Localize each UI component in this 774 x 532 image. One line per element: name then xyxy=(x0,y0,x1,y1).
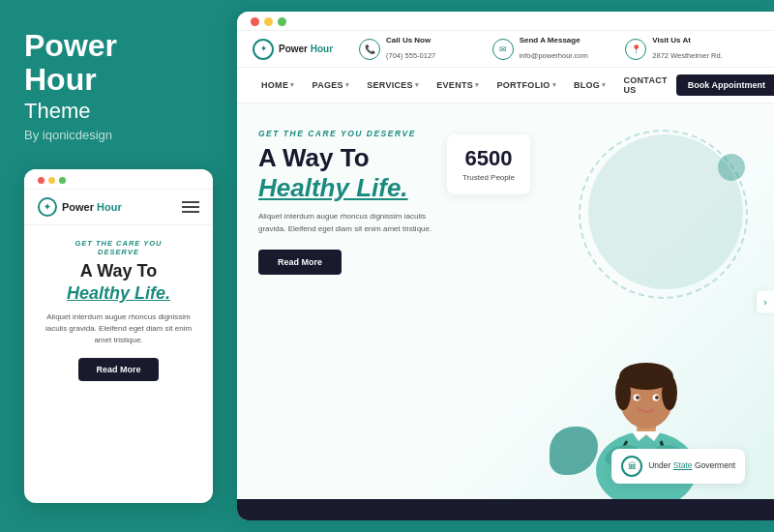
desktop-top-bar xyxy=(237,12,774,31)
phone-icon: 📞 xyxy=(359,39,380,60)
hero-text-block: GET THE CARE YOU DESERVE A Way To Health… xyxy=(258,125,437,499)
hero-body-text: Aliquet interdum augue rhoncus dignissim… xyxy=(258,211,437,236)
stats-number: 6500 xyxy=(462,146,515,171)
desktop-info-bar: ✦ Power Hour 📞 Call Us Now (704) 555-012… xyxy=(237,31,774,68)
mobile-top-bar xyxy=(24,169,213,190)
book-appointment-button[interactable]: Book Appointment xyxy=(676,74,774,96)
svg-point-4 xyxy=(615,375,631,410)
mobile-h1-italic: Healthy Life. xyxy=(38,283,199,304)
scroll-indicator[interactable]: › xyxy=(757,290,774,312)
circle-lines xyxy=(579,130,748,299)
nav-contact[interactable]: CONTACT US xyxy=(614,68,675,103)
desktop-logo: ✦ Power Hour xyxy=(253,39,340,60)
govt-badge: 🏛 Under State Goverment xyxy=(611,449,745,484)
mobile-logo-icon: ✦ xyxy=(38,197,57,217)
mobile-nav: ✦ Power Hour xyxy=(24,190,213,225)
info-call: 📞 Call Us Now (704) 555-0127 xyxy=(359,36,475,62)
mobile-hero: GET THE CARE YOUDESERVE A Way To Healthy… xyxy=(24,225,213,390)
svg-point-8 xyxy=(636,396,640,399)
mobile-logo: ✦ Power Hour xyxy=(38,197,122,217)
address-label: Visit Us At xyxy=(652,36,722,44)
message-label: Send A Message xyxy=(520,36,588,44)
hero-read-more-button[interactable]: Read More xyxy=(258,250,342,275)
stats-label: Trusted People xyxy=(462,173,515,183)
desktop-preview: ✦ Power Hour 📞 Call Us Now (704) 555-012… xyxy=(237,12,774,520)
hero-h1-a: A Way To xyxy=(258,144,437,172)
call-label: Call Us Now xyxy=(386,36,435,44)
nav-home[interactable]: HOME ▾ xyxy=(253,73,304,98)
desktop-nav: HOME ▾ PAGES ▾ SERVICES ▾ EVENTS ▾ PORTF… xyxy=(237,68,774,103)
address-value: 2872 Westheimer Rd. xyxy=(652,51,722,60)
brand-by: By iqonicdesign xyxy=(24,128,213,142)
location-icon: 📍 xyxy=(625,39,646,60)
left-sidebar: PowerHour Theme By iqonicdesign ✦ Power … xyxy=(0,0,237,532)
nav-events[interactable]: EVENTS ▾ xyxy=(428,73,488,98)
svg-point-9 xyxy=(655,396,659,399)
desktop-hero: GET THE CARE YOU DESERVE A Way To Health… xyxy=(237,103,774,499)
mobile-read-more-button[interactable]: Read More xyxy=(78,358,158,381)
desktop-dot-green xyxy=(278,17,286,26)
mobile-dot-green xyxy=(59,177,66,184)
govt-icon: 🏛 xyxy=(621,456,642,477)
mobile-h1-a: A Way To xyxy=(38,261,199,281)
nav-blog[interactable]: BLOG ▾ xyxy=(565,73,615,98)
teal-blob-2 xyxy=(718,154,745,181)
nav-pages[interactable]: PAGES ▾ xyxy=(304,73,359,98)
hero-doctor-area: 🏛 Under State Goverment xyxy=(540,125,753,499)
mobile-tagline: GET THE CARE YOUDESERVE xyxy=(38,239,199,256)
nav-services[interactable]: SERVICES ▾ xyxy=(358,73,428,98)
call-value: (704) 555-0127 xyxy=(386,51,435,60)
desktop-dot-red xyxy=(251,17,259,26)
mobile-body-text: Aliquet interdum augue rhoncus dignissim… xyxy=(38,311,199,346)
mobile-mockup: ✦ Power Hour GET THE CARE YOUDESERVE A W… xyxy=(24,169,213,503)
message-icon: ✉ xyxy=(492,39,514,60)
brand-title: PowerHour xyxy=(24,29,213,97)
brand-block: PowerHour Theme By iqonicdesign xyxy=(24,29,213,142)
info-address: 📍 Visit Us At 2872 Westheimer Rd. xyxy=(625,36,741,62)
scroll-arrow-icon: › xyxy=(763,296,766,307)
desktop-dot-yellow xyxy=(264,17,273,26)
hero-h1-italic: Healthy Life. xyxy=(258,174,437,202)
mobile-dot-yellow xyxy=(48,177,55,184)
hamburger-menu[interactable] xyxy=(182,201,199,213)
nav-portfolio[interactable]: PORTFOLIO ▾ xyxy=(488,73,565,98)
govt-text: Under State Goverment xyxy=(648,460,735,471)
svg-point-5 xyxy=(662,375,677,410)
hero-tagline: GET THE CARE YOU DESERVE xyxy=(258,129,437,138)
mobile-logo-text: Power Hour xyxy=(62,201,122,213)
stats-card: 6500 Trusted People xyxy=(447,134,530,194)
message-value: info@powerhour.com xyxy=(520,51,588,60)
desktop-footer-strip xyxy=(237,499,774,520)
govt-state-link[interactable]: State xyxy=(673,460,693,470)
brand-subtitle: Theme xyxy=(24,99,213,124)
info-message: ✉ Send A Message info@powerhour.com xyxy=(492,36,609,62)
mobile-dot-red xyxy=(38,177,45,184)
desktop-logo-icon: ✦ xyxy=(253,39,274,60)
